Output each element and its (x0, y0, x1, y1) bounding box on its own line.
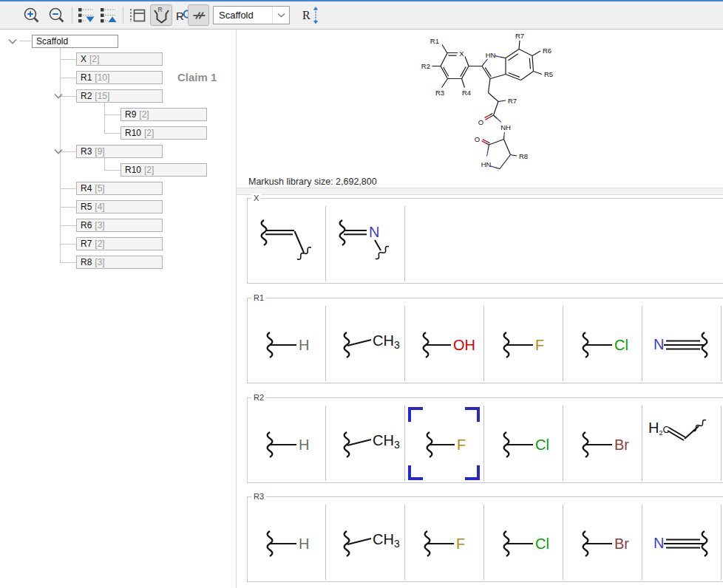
svg-text:Cl: Cl (614, 337, 628, 353)
hide-attachment-marks-icon (189, 6, 208, 25)
empty-tile (405, 199, 553, 283)
tree-node-r10[interactable]: R10[2] (120, 126, 207, 140)
svg-text:N: N (654, 535, 664, 551)
fragment-tile-f[interactable]: F (405, 497, 483, 581)
fragment-tile-ch3[interactable]: CH3 (326, 497, 404, 581)
fragment-tile-h[interactable]: H (248, 298, 325, 383)
tree-node-r10b[interactable]: R10[2] (120, 163, 207, 177)
fragment-tile-h[interactable]: H (248, 398, 325, 482)
fragment-tile-oh[interactable]: OH (405, 298, 483, 383)
svg-text:HN: HN (481, 160, 492, 168)
fragment-tile-cl[interactable]: Cl (563, 298, 642, 383)
claim-label: Claim 1 (177, 71, 217, 83)
horizontal-splitter[interactable] (237, 188, 723, 195)
expand-all-icon (77, 6, 96, 25)
panel-layout-button[interactable] (126, 4, 149, 26)
tree-node-r7[interactable]: R7[2] (76, 237, 163, 250)
selection-bracket (408, 407, 423, 422)
tree-node-scaffold[interactable]: Scaffold (32, 35, 118, 48)
svg-text:O: O (475, 135, 480, 143)
svg-text:R8: R8 (519, 152, 528, 160)
svg-text:NH: NH (500, 123, 511, 131)
selection-bracket (408, 465, 423, 480)
scaffold-structure-canvas: R1 R2 R3 R4 X HN R7 R6 R5 R7 O NH O HN R… (244, 30, 723, 186)
tree-node-r3[interactable]: R3[9] (76, 145, 163, 158)
toolbar-separator (72, 7, 72, 24)
group-box-r1: R1 H CH3 OH (247, 298, 723, 383)
svg-text:Br: Br (614, 437, 629, 453)
fragment-tile-azomethine[interactable]: N (326, 199, 404, 283)
svg-text:R: R (302, 9, 310, 21)
r-group-ladder-icon: R (301, 5, 322, 25)
rgroup-tree-panel: Claim 1 Scaffold X[2] R1[10] R2[15] R9[2… (0, 30, 236, 588)
svg-text:HN: HN (486, 51, 496, 59)
svg-text:N: N (369, 224, 379, 240)
svg-text:Cl: Cl (535, 437, 549, 453)
view-dropdown[interactable]: Scaffold (213, 6, 290, 24)
svg-text:OH: OH (453, 337, 475, 353)
svg-text:R: R (176, 10, 184, 22)
fragment-tile-cl[interactable]: Cl (484, 398, 563, 482)
fragment-tile-br[interactable]: Br (563, 398, 642, 482)
zoom-in-button[interactable] (21, 4, 43, 26)
svg-text:H: H (299, 337, 309, 353)
expand-all-button[interactable] (75, 4, 98, 26)
collapse-chevron-icon[interactable] (7, 38, 18, 45)
zoom-in-icon (22, 6, 41, 25)
svg-text:F: F (456, 536, 465, 552)
collapse-chevron-icon[interactable] (53, 148, 64, 155)
zoom-out-button[interactable] (46, 4, 68, 26)
svg-text:R5: R5 (544, 70, 553, 78)
tree-node-r2[interactable]: R2[15] (76, 89, 163, 103)
r-group-ring-icon: R (151, 5, 172, 25)
chevron-down-icon[interactable] (272, 7, 289, 24)
svg-text:R: R (158, 6, 163, 13)
tree-node-x[interactable]: X[2] (76, 52, 163, 66)
fragment-tile-h[interactable]: H (248, 497, 325, 581)
tree-node-r6[interactable]: R6[3] (76, 219, 163, 232)
svg-text:R7: R7 (508, 97, 517, 105)
tree-node-r5[interactable]: R5[4] (76, 200, 163, 213)
collapse-chevron-icon[interactable] (53, 92, 64, 100)
r-group-ladder-button[interactable]: R (300, 4, 322, 26)
fragment-tile-ch3[interactable]: CH3 (326, 398, 404, 482)
svg-text:F: F (457, 437, 466, 453)
svg-text:R1: R1 (430, 37, 439, 45)
svg-text:H2C: H2C (648, 420, 670, 437)
svg-text:R4: R4 (462, 89, 471, 97)
zoom-out-icon (47, 6, 67, 25)
svg-text:O: O (478, 118, 483, 126)
svg-text:F: F (535, 337, 544, 353)
svg-text:H: H (299, 437, 309, 453)
toolbar-separator (123, 7, 123, 24)
tree-node-r8[interactable]: R8[3] (76, 256, 163, 269)
collapse-all-button[interactable] (98, 4, 120, 26)
fragment-tile-f-selected[interactable]: F (405, 398, 483, 482)
panel-layout-icon (128, 6, 147, 25)
tree-connector (19, 41, 31, 41)
svg-text:CH3: CH3 (373, 332, 400, 351)
selection-bracket (465, 465, 480, 480)
svg-text:R3: R3 (435, 89, 444, 97)
tree-node-r1[interactable]: R1[10] (76, 71, 163, 84)
fragment-tile-vinyl[interactable]: H2C (642, 398, 721, 482)
fragment-tile-vinylene[interactable] (248, 199, 325, 283)
fragment-tile-nitrile[interactable]: N (642, 298, 721, 383)
hide-attachment-marks-button[interactable] (188, 4, 209, 26)
fragment-tile-cl[interactable]: Cl (484, 497, 563, 581)
group-box-r3: R3 H CH3 F (247, 496, 723, 582)
svg-text:CH3: CH3 (373, 432, 400, 451)
fragment-tile-nitrile[interactable]: N (642, 497, 721, 581)
tree-node-r9[interactable]: R9[2] (120, 108, 207, 121)
fragment-tile-br[interactable]: Br (563, 497, 642, 581)
collapse-all-icon (99, 6, 118, 25)
tree-node-r4[interactable]: R4[5] (76, 182, 163, 195)
group-box-r2: R2 H CH3 (247, 397, 723, 483)
fragment-tile-f[interactable]: F (484, 298, 563, 383)
toolbar: R R Scaffold R (0, 0, 723, 30)
fragment-tile-ch3[interactable]: CH3 (326, 298, 404, 383)
svg-text:R6: R6 (543, 47, 551, 55)
svg-text:H: H (299, 536, 309, 552)
r-group-ring-button[interactable]: R (150, 4, 172, 26)
group-box-x: X N (247, 198, 723, 284)
